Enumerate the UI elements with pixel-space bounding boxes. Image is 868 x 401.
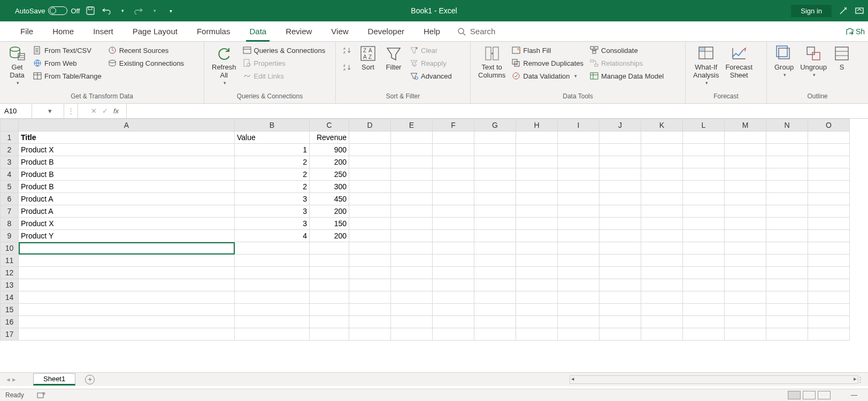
formula-input[interactable]	[127, 104, 868, 118]
cell-E10[interactable]	[391, 242, 433, 255]
cell-G2[interactable]	[474, 144, 516, 156]
cell-G14[interactable]	[474, 291, 516, 304]
customize-qat-icon[interactable]: ▾	[165, 5, 176, 16]
cell-M15[interactable]	[725, 304, 766, 316]
cell-G13[interactable]	[474, 279, 516, 291]
col-header-F[interactable]: F	[433, 119, 474, 132]
cell-M1[interactable]	[725, 132, 766, 144]
sort-button[interactable]: ZAAZ Sort	[355, 44, 381, 92]
cell-G10[interactable]	[474, 242, 516, 255]
autosave-toggle[interactable]: AutoSave Off	[15, 6, 80, 15]
cell-J1[interactable]	[600, 132, 641, 144]
cell-N9[interactable]	[766, 230, 808, 242]
cell-H15[interactable]	[516, 304, 558, 316]
cell-F7[interactable]	[433, 205, 474, 218]
cell-H16[interactable]	[516, 316, 558, 328]
cell-J11[interactable]	[600, 255, 641, 267]
cell-K15[interactable]	[641, 304, 683, 316]
cell-B10[interactable]	[235, 242, 310, 255]
cell-I2[interactable]	[558, 144, 600, 156]
cell-A7[interactable]: Product A	[19, 205, 235, 218]
cell-D12[interactable]	[349, 267, 391, 279]
cell-B17[interactable]	[235, 328, 310, 341]
col-header-H[interactable]: H	[516, 119, 558, 132]
col-header-O[interactable]: O	[808, 119, 850, 132]
sort-asc-button[interactable]: AZ	[342, 45, 353, 56]
cell-L11[interactable]	[683, 255, 725, 267]
edit-links-button[interactable]: Edit Links	[242, 71, 327, 81]
cell-E1[interactable]	[391, 132, 433, 144]
whatif-button[interactable]: What-If Analysis	[690, 44, 722, 92]
row-header-4[interactable]: 4	[1, 168, 19, 181]
cell-B11[interactable]	[235, 255, 310, 267]
cell-C5[interactable]: 300	[310, 181, 349, 193]
view-page-break-icon[interactable]	[818, 391, 831, 399]
cell-C6[interactable]: 450	[310, 193, 349, 205]
cell-H3[interactable]	[516, 156, 558, 168]
flash-fill-button[interactable]: Flash Fill	[511, 45, 585, 56]
cell-F3[interactable]	[433, 156, 474, 168]
data-validation-button[interactable]: Data Validation	[511, 71, 585, 81]
row-header-16[interactable]: 16	[1, 316, 19, 328]
fx-icon[interactable]: fx	[113, 107, 119, 115]
tab-file[interactable]: File	[11, 21, 43, 42]
cell-G9[interactable]	[474, 230, 516, 242]
cell-K6[interactable]	[641, 193, 683, 205]
cell-I13[interactable]	[558, 279, 600, 291]
cell-M13[interactable]	[725, 279, 766, 291]
cell-K3[interactable]	[641, 156, 683, 168]
cell-L7[interactable]	[683, 205, 725, 218]
tab-data[interactable]: Data	[240, 21, 276, 42]
redo-icon[interactable]	[133, 5, 144, 16]
enter-icon[interactable]: ✓	[102, 107, 108, 115]
cell-O17[interactable]	[808, 328, 850, 341]
cell-B14[interactable]	[235, 291, 310, 304]
cell-C16[interactable]	[310, 316, 349, 328]
cell-D17[interactable]	[349, 328, 391, 341]
cell-F9[interactable]	[433, 230, 474, 242]
cell-M10[interactable]	[725, 242, 766, 255]
cell-A11[interactable]	[19, 255, 235, 267]
cell-G7[interactable]	[474, 205, 516, 218]
cell-E4[interactable]	[391, 168, 433, 181]
cell-F12[interactable]	[433, 267, 474, 279]
recent-sources-button[interactable]: Recent Sources	[107, 45, 185, 56]
cell-G4[interactable]	[474, 168, 516, 181]
cell-A3[interactable]: Product B	[19, 156, 235, 168]
cell-M12[interactable]	[725, 267, 766, 279]
cell-O3[interactable]	[808, 156, 850, 168]
view-normal-icon[interactable]	[788, 391, 801, 399]
tell-me-search[interactable]: Search	[450, 27, 503, 36]
cell-J15[interactable]	[600, 304, 641, 316]
row-header-17[interactable]: 17	[1, 328, 19, 341]
row-header-11[interactable]: 11	[1, 255, 19, 267]
share-button[interactable]: Sh	[846, 27, 865, 36]
cell-B4[interactable]: 2	[235, 168, 310, 181]
cell-O12[interactable]	[808, 267, 850, 279]
cell-B6[interactable]: 3	[235, 193, 310, 205]
undo-icon[interactable]	[101, 5, 112, 16]
cell-A13[interactable]	[19, 279, 235, 291]
cell-O9[interactable]	[808, 230, 850, 242]
row-header-7[interactable]: 7	[1, 205, 19, 218]
cell-G11[interactable]	[474, 255, 516, 267]
cell-K8[interactable]	[641, 218, 683, 230]
cell-O7[interactable]	[808, 205, 850, 218]
cell-N13[interactable]	[766, 279, 808, 291]
cell-F4[interactable]	[433, 168, 474, 181]
row-header-1[interactable]: 1	[1, 132, 19, 144]
cell-K5[interactable]	[641, 181, 683, 193]
cell-B12[interactable]	[235, 267, 310, 279]
row-header-12[interactable]: 12	[1, 267, 19, 279]
cell-N8[interactable]	[766, 218, 808, 230]
cell-K17[interactable]	[641, 328, 683, 341]
cell-E15[interactable]	[391, 304, 433, 316]
cell-K13[interactable]	[641, 279, 683, 291]
text-to-columns-button[interactable]: Text to Columns	[475, 44, 509, 92]
cell-H8[interactable]	[516, 218, 558, 230]
cell-N12[interactable]	[766, 267, 808, 279]
cell-B16[interactable]	[235, 316, 310, 328]
cell-J6[interactable]	[600, 193, 641, 205]
cell-J14[interactable]	[600, 291, 641, 304]
cell-G1[interactable]	[474, 132, 516, 144]
